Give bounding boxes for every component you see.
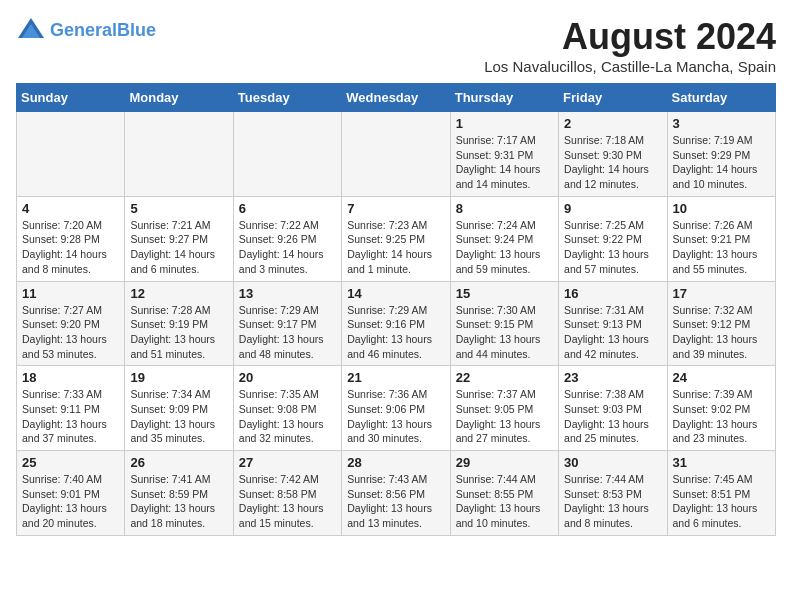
calendar-cell: 21Sunrise: 7:36 AM Sunset: 9:06 PM Dayli…	[342, 366, 450, 451]
day-number: 24	[673, 370, 770, 385]
day-number: 18	[22, 370, 119, 385]
day-header-sunday: Sunday	[17, 84, 125, 112]
day-number: 15	[456, 286, 553, 301]
calendar-cell: 7Sunrise: 7:23 AM Sunset: 9:25 PM Daylig…	[342, 196, 450, 281]
day-number: 11	[22, 286, 119, 301]
day-number: 21	[347, 370, 444, 385]
calendar-cell: 26Sunrise: 7:41 AM Sunset: 8:59 PM Dayli…	[125, 451, 233, 536]
day-number: 10	[673, 201, 770, 216]
logo-icon	[16, 16, 46, 46]
cell-text: Sunrise: 7:41 AM Sunset: 8:59 PM Dayligh…	[130, 472, 227, 531]
calendar-cell	[17, 112, 125, 197]
day-number: 5	[130, 201, 227, 216]
logo-text: GeneralBlue	[50, 21, 156, 41]
cell-text: Sunrise: 7:35 AM Sunset: 9:08 PM Dayligh…	[239, 387, 336, 446]
calendar-cell	[342, 112, 450, 197]
day-number: 20	[239, 370, 336, 385]
cell-text: Sunrise: 7:18 AM Sunset: 9:30 PM Dayligh…	[564, 133, 661, 192]
cell-text: Sunrise: 7:21 AM Sunset: 9:27 PM Dayligh…	[130, 218, 227, 277]
calendar-cell: 31Sunrise: 7:45 AM Sunset: 8:51 PM Dayli…	[667, 451, 775, 536]
day-number: 14	[347, 286, 444, 301]
cell-text: Sunrise: 7:43 AM Sunset: 8:56 PM Dayligh…	[347, 472, 444, 531]
calendar-cell: 25Sunrise: 7:40 AM Sunset: 9:01 PM Dayli…	[17, 451, 125, 536]
cell-text: Sunrise: 7:23 AM Sunset: 9:25 PM Dayligh…	[347, 218, 444, 277]
cell-text: Sunrise: 7:20 AM Sunset: 9:28 PM Dayligh…	[22, 218, 119, 277]
calendar-cell: 22Sunrise: 7:37 AM Sunset: 9:05 PM Dayli…	[450, 366, 558, 451]
calendar-cell: 15Sunrise: 7:30 AM Sunset: 9:15 PM Dayli…	[450, 281, 558, 366]
calendar-cell: 19Sunrise: 7:34 AM Sunset: 9:09 PM Dayli…	[125, 366, 233, 451]
cell-text: Sunrise: 7:22 AM Sunset: 9:26 PM Dayligh…	[239, 218, 336, 277]
day-header-monday: Monday	[125, 84, 233, 112]
calendar-cell: 17Sunrise: 7:32 AM Sunset: 9:12 PM Dayli…	[667, 281, 775, 366]
logo: GeneralBlue	[16, 16, 156, 46]
cell-text: Sunrise: 7:44 AM Sunset: 8:53 PM Dayligh…	[564, 472, 661, 531]
day-number: 1	[456, 116, 553, 131]
calendar-cell: 2Sunrise: 7:18 AM Sunset: 9:30 PM Daylig…	[559, 112, 667, 197]
cell-text: Sunrise: 7:37 AM Sunset: 9:05 PM Dayligh…	[456, 387, 553, 446]
location: Los Navalucillos, Castille-La Mancha, Sp…	[484, 58, 776, 75]
day-number: 25	[22, 455, 119, 470]
calendar-cell	[233, 112, 341, 197]
logo-line2: Blue	[117, 20, 156, 40]
day-number: 6	[239, 201, 336, 216]
month-title: August 2024	[484, 16, 776, 58]
cell-text: Sunrise: 7:25 AM Sunset: 9:22 PM Dayligh…	[564, 218, 661, 277]
day-number: 23	[564, 370, 661, 385]
day-number: 4	[22, 201, 119, 216]
calendar-body: 1Sunrise: 7:17 AM Sunset: 9:31 PM Daylig…	[17, 112, 776, 536]
cell-text: Sunrise: 7:30 AM Sunset: 9:15 PM Dayligh…	[456, 303, 553, 362]
cell-text: Sunrise: 7:45 AM Sunset: 8:51 PM Dayligh…	[673, 472, 770, 531]
calendar-week-4: 18Sunrise: 7:33 AM Sunset: 9:11 PM Dayli…	[17, 366, 776, 451]
calendar-cell: 23Sunrise: 7:38 AM Sunset: 9:03 PM Dayli…	[559, 366, 667, 451]
page-header: GeneralBlue August 2024 Los Navalucillos…	[16, 16, 776, 75]
day-number: 8	[456, 201, 553, 216]
logo-line1: General	[50, 20, 117, 40]
calendar-cell: 4Sunrise: 7:20 AM Sunset: 9:28 PM Daylig…	[17, 196, 125, 281]
calendar-cell: 10Sunrise: 7:26 AM Sunset: 9:21 PM Dayli…	[667, 196, 775, 281]
day-number: 17	[673, 286, 770, 301]
cell-text: Sunrise: 7:36 AM Sunset: 9:06 PM Dayligh…	[347, 387, 444, 446]
day-number: 26	[130, 455, 227, 470]
day-number: 2	[564, 116, 661, 131]
cell-text: Sunrise: 7:26 AM Sunset: 9:21 PM Dayligh…	[673, 218, 770, 277]
calendar-cell: 1Sunrise: 7:17 AM Sunset: 9:31 PM Daylig…	[450, 112, 558, 197]
day-number: 28	[347, 455, 444, 470]
calendar-week-1: 1Sunrise: 7:17 AM Sunset: 9:31 PM Daylig…	[17, 112, 776, 197]
day-number: 31	[673, 455, 770, 470]
calendar-cell: 6Sunrise: 7:22 AM Sunset: 9:26 PM Daylig…	[233, 196, 341, 281]
calendar-cell: 30Sunrise: 7:44 AM Sunset: 8:53 PM Dayli…	[559, 451, 667, 536]
day-number: 13	[239, 286, 336, 301]
day-number: 9	[564, 201, 661, 216]
day-header-friday: Friday	[559, 84, 667, 112]
day-number: 19	[130, 370, 227, 385]
calendar-cell: 28Sunrise: 7:43 AM Sunset: 8:56 PM Dayli…	[342, 451, 450, 536]
cell-text: Sunrise: 7:31 AM Sunset: 9:13 PM Dayligh…	[564, 303, 661, 362]
calendar-cell: 8Sunrise: 7:24 AM Sunset: 9:24 PM Daylig…	[450, 196, 558, 281]
day-header-tuesday: Tuesday	[233, 84, 341, 112]
calendar-cell: 20Sunrise: 7:35 AM Sunset: 9:08 PM Dayli…	[233, 366, 341, 451]
day-header-saturday: Saturday	[667, 84, 775, 112]
calendar-cell: 12Sunrise: 7:28 AM Sunset: 9:19 PM Dayli…	[125, 281, 233, 366]
calendar-cell	[125, 112, 233, 197]
cell-text: Sunrise: 7:24 AM Sunset: 9:24 PM Dayligh…	[456, 218, 553, 277]
calendar-cell: 14Sunrise: 7:29 AM Sunset: 9:16 PM Dayli…	[342, 281, 450, 366]
cell-text: Sunrise: 7:44 AM Sunset: 8:55 PM Dayligh…	[456, 472, 553, 531]
calendar-week-3: 11Sunrise: 7:27 AM Sunset: 9:20 PM Dayli…	[17, 281, 776, 366]
calendar-cell: 18Sunrise: 7:33 AM Sunset: 9:11 PM Dayli…	[17, 366, 125, 451]
day-number: 30	[564, 455, 661, 470]
cell-text: Sunrise: 7:19 AM Sunset: 9:29 PM Dayligh…	[673, 133, 770, 192]
calendar-cell: 5Sunrise: 7:21 AM Sunset: 9:27 PM Daylig…	[125, 196, 233, 281]
calendar-header-row: SundayMondayTuesdayWednesdayThursdayFrid…	[17, 84, 776, 112]
day-number: 16	[564, 286, 661, 301]
cell-text: Sunrise: 7:42 AM Sunset: 8:58 PM Dayligh…	[239, 472, 336, 531]
cell-text: Sunrise: 7:29 AM Sunset: 9:16 PM Dayligh…	[347, 303, 444, 362]
cell-text: Sunrise: 7:39 AM Sunset: 9:02 PM Dayligh…	[673, 387, 770, 446]
calendar-cell: 9Sunrise: 7:25 AM Sunset: 9:22 PM Daylig…	[559, 196, 667, 281]
calendar-table: SundayMondayTuesdayWednesdayThursdayFrid…	[16, 83, 776, 536]
day-number: 22	[456, 370, 553, 385]
calendar-week-2: 4Sunrise: 7:20 AM Sunset: 9:28 PM Daylig…	[17, 196, 776, 281]
calendar-cell: 11Sunrise: 7:27 AM Sunset: 9:20 PM Dayli…	[17, 281, 125, 366]
cell-text: Sunrise: 7:40 AM Sunset: 9:01 PM Dayligh…	[22, 472, 119, 531]
calendar-cell: 3Sunrise: 7:19 AM Sunset: 9:29 PM Daylig…	[667, 112, 775, 197]
cell-text: Sunrise: 7:33 AM Sunset: 9:11 PM Dayligh…	[22, 387, 119, 446]
